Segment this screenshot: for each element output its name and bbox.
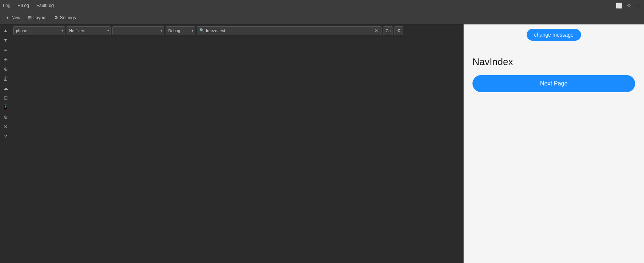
window-settings-icon[interactable]: ⚙ — [627, 3, 631, 9]
menu-faultlog[interactable]: FaultLog — [35, 2, 55, 9]
search-icon: 🔍 — [199, 28, 204, 33]
device-select[interactable]: phone — [13, 26, 65, 35]
bookmark-icon[interactable]: ⊕ — [1, 64, 10, 73]
filter-bar: phone No filters Debug Info Warn Error — [11, 24, 463, 37]
phone-screen: change message NavIndex Next Page — [464, 24, 644, 263]
toolbar: ＋ New ⊞ Layout ⚙ Settings — [0, 11, 644, 24]
filter-select-wrapper: No filters — [67, 26, 111, 35]
settings-button[interactable]: ⚙ Settings — [52, 14, 78, 21]
phone-panel: change message NavIndex Next Page — [463, 24, 644, 263]
filter-action-button[interactable]: ⚙ — [394, 26, 403, 35]
menu-hilog[interactable]: HiLog — [16, 2, 30, 9]
layout-icon: ⊞ — [28, 15, 32, 20]
search-input[interactable] — [206, 28, 374, 33]
search-wrapper: 🔍 ✕ — [197, 26, 382, 35]
menu-bar-label: Log: — [3, 3, 11, 8]
tag-select-wrapper — [112, 26, 164, 35]
plus-icon: ＋ — [5, 14, 10, 21]
phone-device-icon[interactable]: 📱 — [1, 103, 10, 112]
window-maximize-icon[interactable]: ⬜ — [616, 3, 622, 9]
new-button[interactable]: ＋ New — [3, 13, 23, 22]
gear-icon: ⚙ — [54, 15, 58, 20]
filter-select[interactable]: No filters — [67, 26, 111, 35]
next-page-button[interactable]: Next Page — [472, 75, 635, 92]
help-icon[interactable]: ? — [1, 132, 10, 141]
log-content — [11, 37, 463, 263]
sliders-icon[interactable]: ⊜ — [1, 112, 10, 121]
main-area: ▲ ▼ ≡ ⊞ ⊕ 🗑 ☁ ⊟ 📱 ⊜ ✕ ? phone No filters — [0, 24, 644, 263]
cc-button[interactable]: Cc — [383, 26, 393, 35]
tag-select[interactable] — [112, 26, 164, 35]
delete-icon[interactable]: 🗑 — [1, 74, 10, 83]
change-message-button[interactable]: change message — [527, 29, 581, 41]
menu-bar: Log: HiLog FaultLog ⬜ ⚙ — — [0, 0, 644, 11]
left-sidebar: ▲ ▼ ≡ ⊞ ⊕ 🗑 ☁ ⊟ 📱 ⊜ ✕ ? — [0, 24, 11, 263]
layout-button[interactable]: ⊞ Layout — [26, 14, 49, 21]
search-clear-icon[interactable]: ✕ — [374, 28, 379, 33]
scroll-up-icon[interactable]: ▲ — [1, 26, 10, 35]
nav-index-title: NavIndex — [472, 56, 513, 68]
level-select[interactable]: Debug Info Warn Error — [166, 26, 195, 35]
level-select-wrapper: Debug Info Warn Error — [166, 26, 195, 35]
window-minimize-icon[interactable]: — — [636, 3, 641, 9]
log-area: phone No filters Debug Info Warn Error — [11, 24, 463, 263]
device-select-wrapper: phone — [13, 26, 65, 35]
cloud-icon[interactable]: ☁ — [1, 84, 10, 92]
add-filter-icon[interactable]: ⊞ — [1, 55, 10, 64]
table-icon[interactable]: ⊟ — [1, 93, 10, 102]
filter-lines-icon[interactable]: ≡ — [1, 45, 10, 54]
scroll-down-icon[interactable]: ▼ — [1, 36, 10, 44]
close-icon[interactable]: ✕ — [1, 122, 10, 131]
